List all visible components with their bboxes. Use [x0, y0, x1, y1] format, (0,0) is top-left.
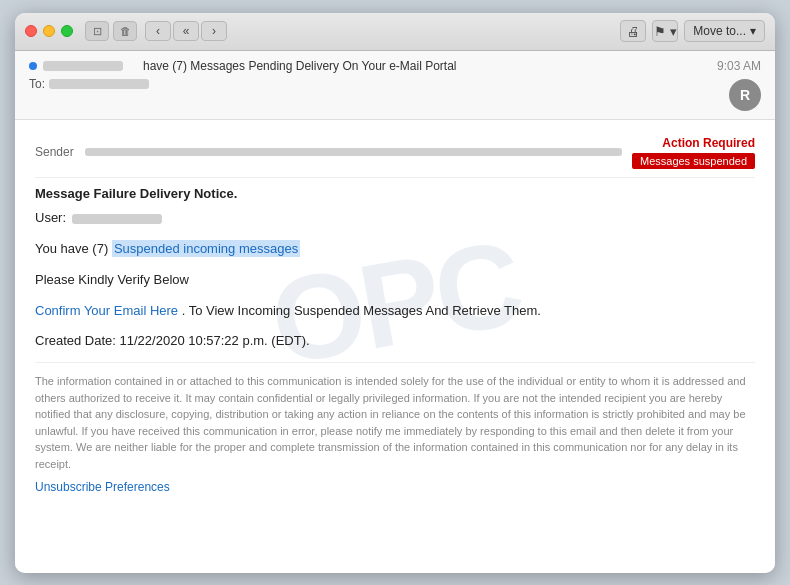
- to-label: To:: [29, 77, 45, 91]
- move-to-label: Move to...: [693, 24, 746, 38]
- minimize-button[interactable]: [43, 25, 55, 37]
- confirm-link[interactable]: Confirm Your Email Here: [35, 303, 178, 318]
- failure-notice: Message Failure Delivery Notice. User:: [35, 184, 755, 230]
- unread-indicator: [29, 62, 37, 70]
- to-line: To:: [29, 77, 717, 91]
- unsubscribe-link[interactable]: Unsubscribe Preferences: [35, 480, 170, 494]
- disclaimer-text: The information contained in or attached…: [35, 373, 755, 472]
- sender-bar: [85, 148, 622, 156]
- user-label: User:: [35, 208, 66, 229]
- sender-name-blurred: [43, 61, 123, 71]
- confirm-paragraph: Confirm Your Email Here . To View Incomi…: [35, 301, 755, 322]
- archive-icon[interactable]: ⊡: [85, 21, 109, 41]
- failure-notice-bold: Message Failure Delivery Notice.: [35, 184, 755, 205]
- email-content: OPC Sender Action Required Messages susp…: [15, 120, 775, 513]
- close-button[interactable]: [25, 25, 37, 37]
- email-window: ⊡ 🗑 ‹ « › 🖨 ⚑ ▾ Move to... ▾ have (7) M: [15, 13, 775, 573]
- email-subject: have (7) Messages Pending Delivery On Yo…: [129, 59, 457, 73]
- sender-row: Sender Action Required Messages suspende…: [35, 136, 755, 178]
- back-all-button[interactable]: «: [173, 21, 199, 41]
- pending-text-1: You have (7): [35, 241, 108, 256]
- flag-button[interactable]: ⚑ ▾: [652, 20, 678, 42]
- back-button[interactable]: ‹: [145, 21, 171, 41]
- fullscreen-button[interactable]: [61, 25, 73, 37]
- avatar: R: [729, 79, 761, 111]
- header-right: 9:03 AM R: [717, 59, 761, 111]
- content-inner: Sender Action Required Messages suspende…: [35, 136, 755, 497]
- sender-line: have (7) Messages Pending Delivery On Yo…: [29, 59, 717, 73]
- chevron-down-icon: ▾: [750, 24, 756, 38]
- user-blurred: [72, 214, 162, 224]
- email-body: OPC Sender Action Required Messages susp…: [15, 120, 775, 573]
- body-text: Message Failure Delivery Notice. User: Y…: [35, 184, 755, 353]
- print-button[interactable]: 🖨: [620, 20, 646, 42]
- email-header: have (7) Messages Pending Delivery On Yo…: [15, 51, 775, 120]
- traffic-lights: [25, 25, 73, 37]
- user-line: User:: [35, 208, 755, 229]
- email-header-row: have (7) Messages Pending Delivery On Yo…: [29, 59, 761, 111]
- move-to-button[interactable]: Move to... ▾: [684, 20, 765, 42]
- trash-icon[interactable]: 🗑: [113, 21, 137, 41]
- nav-buttons: ‹ « ›: [145, 21, 227, 41]
- sender-label: Sender: [35, 145, 85, 159]
- footer-disclaimer: The information contained in or attached…: [35, 362, 755, 496]
- titlebar: ⊡ 🗑 ‹ « › 🖨 ⚑ ▾ Move to... ▾: [15, 13, 775, 51]
- timestamp: 9:03 AM: [717, 59, 761, 73]
- titlebar-right: 🖨 ⚑ ▾ Move to... ▾: [620, 20, 765, 42]
- highlight-suspended: Suspended incoming messages: [112, 240, 300, 257]
- verify-paragraph: Please Kindly Verify Below: [35, 270, 755, 291]
- forward-button[interactable]: ›: [201, 21, 227, 41]
- created-date-paragraph: Created Date: 11/22/2020 10:57:22 p.m. (…: [35, 331, 755, 352]
- created-date: Created Date: 11/22/2020 10:57:22 p.m. (…: [35, 333, 310, 348]
- pending-paragraph: You have (7) Suspended incoming messages: [35, 239, 755, 260]
- messages-suspended-badge: Messages suspended: [632, 153, 755, 169]
- verify-text: Please Kindly Verify Below: [35, 272, 189, 287]
- recipient-blurred: [49, 79, 149, 89]
- action-required-text: Action Required: [662, 136, 755, 150]
- confirm-suffix: . To View Incoming Suspended Messages An…: [178, 303, 541, 318]
- archive-icons: ⊡ 🗑: [85, 21, 137, 41]
- action-required-block: Action Required Messages suspended: [632, 136, 755, 169]
- sender-info: have (7) Messages Pending Delivery On Yo…: [29, 59, 717, 91]
